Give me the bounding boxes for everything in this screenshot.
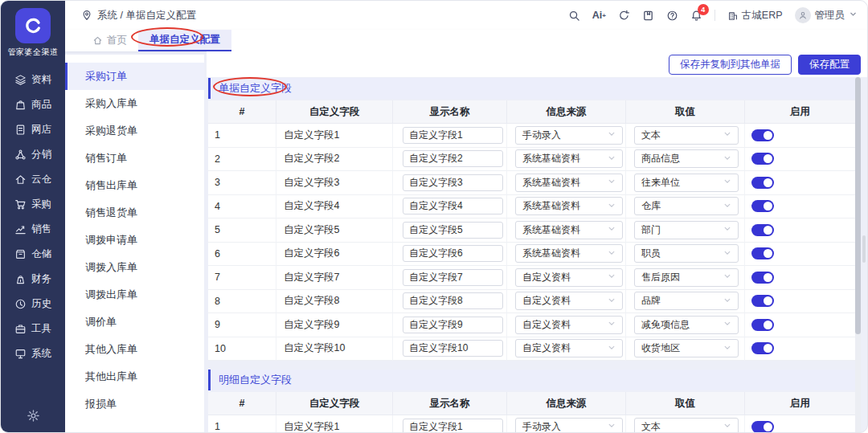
row-index: 2 xyxy=(208,148,276,172)
sidebar-item-warehouse[interactable]: 仓储 xyxy=(1,242,65,267)
value-select[interactable]: 商品信息 xyxy=(634,149,739,168)
chevron-down-icon xyxy=(723,343,731,354)
source-select[interactable]: 手动录入 xyxy=(515,126,623,145)
doc-menu-item-loss-report[interactable]: 报损单 xyxy=(65,390,204,418)
ai-assistant-icon[interactable]: Ai+ xyxy=(592,10,606,21)
sidebar-item-history[interactable]: 历史 xyxy=(1,292,65,317)
value-select[interactable]: 仓库 xyxy=(634,197,739,215)
doc-menu-item-sales-order[interactable]: 销售订单 xyxy=(65,145,204,172)
source-select[interactable]: 自定义资料 xyxy=(515,292,623,310)
doc-menu-item-transfer-inbound[interactable]: 调拨入库单 xyxy=(65,254,204,281)
enable-toggle[interactable] xyxy=(751,129,774,141)
value-select[interactable]: 文本 xyxy=(634,418,739,433)
layers-icon xyxy=(14,74,27,86)
value-select[interactable]: 文本 xyxy=(634,126,739,145)
doc-menu-item-purchase-return[interactable]: 采购退货单 xyxy=(65,117,204,145)
source-select[interactable]: 自定义资料 xyxy=(515,268,623,287)
source-select[interactable]: 自定义资料 xyxy=(515,339,623,357)
value-cell: 商品信息 xyxy=(626,148,745,172)
display-name-input[interactable] xyxy=(403,150,503,167)
app-logo-icon[interactable] xyxy=(15,8,51,43)
display-name-input[interactable] xyxy=(403,292,503,309)
doc-menu-item-sales-return[interactable]: 销售退货单 xyxy=(65,199,204,227)
sidebar-item-data[interactable]: 资料 xyxy=(1,67,65,92)
table-header-row: #自定义字段显示名称信息来源取值启用 xyxy=(208,392,855,415)
doc-menu-item-purchase-order[interactable]: 采购订单 xyxy=(65,63,204,90)
doc-menu-item-sales-outbound[interactable]: 销售出库单 xyxy=(65,172,204,199)
enable-toggle[interactable] xyxy=(751,319,774,331)
enable-toggle[interactable] xyxy=(751,153,774,165)
doc-menu-item-purchase-inbound[interactable]: 采购入库单 xyxy=(65,90,204,117)
tab-home[interactable]: 首页 xyxy=(81,30,138,51)
value-select[interactable]: 减免项信息 xyxy=(634,316,739,334)
value-select[interactable]: 品牌 xyxy=(634,292,739,310)
sidebar-item-purchase[interactable]: 采购 xyxy=(1,192,65,217)
help-icon[interactable] xyxy=(666,10,678,22)
display-name-input[interactable] xyxy=(403,198,503,214)
enable-toggle[interactable] xyxy=(751,342,774,354)
source-select[interactable]: 手动录入 xyxy=(515,418,623,433)
display-name-input[interactable] xyxy=(403,222,503,239)
save-and-copy-button[interactable]: 保存并复制到其他单据 xyxy=(669,55,792,75)
tab-doc-config[interactable]: 单据自定义配置 xyxy=(138,30,231,51)
source-cell: 自定义资料 xyxy=(507,290,626,314)
doc-menu-item-transfer-request[interactable]: 调拨申请单 xyxy=(65,227,204,254)
search-icon[interactable] xyxy=(568,10,580,22)
display-name-input[interactable] xyxy=(403,245,503,262)
source-select[interactable]: 自定义资料 xyxy=(515,316,623,334)
section-title: 单据自定义字段 xyxy=(208,78,855,99)
source-select[interactable]: 系统基础资料 xyxy=(515,149,623,168)
enable-toggle[interactable] xyxy=(751,177,774,189)
sidebar-item-shop[interactable]: 网店 xyxy=(1,117,65,142)
settings-gear-icon[interactable] xyxy=(1,409,65,423)
enable-toggle[interactable] xyxy=(751,272,774,284)
display-name-input[interactable] xyxy=(403,127,503,144)
doc-menu-item-other-outbound[interactable]: 其他出库单 xyxy=(65,363,204,390)
sidebar-item-finance[interactable]: 财务 xyxy=(1,267,65,292)
sidebar-item-distribution[interactable]: 分销 xyxy=(1,142,65,167)
company-switcher[interactable]: 古城ERP xyxy=(727,9,783,22)
sidebar-item-tools[interactable]: 工具 xyxy=(1,317,65,341)
doc-menu-item-price-adjust[interactable]: 调价单 xyxy=(65,308,204,336)
display-name-cell xyxy=(393,266,507,290)
value-select[interactable]: 售后原因 xyxy=(634,268,739,287)
custom-field-name: 自定义字段4 xyxy=(276,195,393,219)
value-select[interactable]: 往来单位 xyxy=(634,174,739,192)
doc-menu-item-other-inbound[interactable]: 其他入库单 xyxy=(65,336,204,363)
display-name-cell xyxy=(393,195,507,219)
source-select[interactable]: 系统基础资料 xyxy=(515,174,623,192)
enable-toggle[interactable] xyxy=(751,295,774,307)
table-row: 4自定义字段4系统基础资料仓库 xyxy=(208,195,855,219)
sidebar-item-system[interactable]: 系统 xyxy=(1,341,65,366)
display-name-input[interactable] xyxy=(403,340,503,357)
display-name-input[interactable] xyxy=(403,269,503,286)
sync-icon[interactable] xyxy=(618,10,630,22)
enable-toggle[interactable] xyxy=(751,247,774,259)
table-row: 1自定义字段1手动录入文本 xyxy=(208,415,855,433)
column-header: 启用 xyxy=(745,100,855,124)
save-config-button[interactable]: 保存配置 xyxy=(798,55,861,75)
main-scrollbar[interactable] xyxy=(855,77,861,334)
source-select[interactable]: 系统基础资料 xyxy=(515,221,623,239)
value-select[interactable]: 职员 xyxy=(634,244,739,263)
display-name-input[interactable] xyxy=(403,419,503,433)
display-name-input[interactable] xyxy=(403,317,503,333)
sidebar-item-cloud-warehouse[interactable]: 云仓 xyxy=(1,167,65,192)
source-select[interactable]: 系统基础资料 xyxy=(515,244,623,263)
enable-toggle[interactable] xyxy=(751,200,774,212)
enable-toggle[interactable] xyxy=(751,224,774,236)
sidebar-item-goods[interactable]: 商品 xyxy=(1,92,65,117)
enable-toggle[interactable] xyxy=(751,421,774,433)
bell-icon[interactable]: 4 xyxy=(690,10,702,22)
doc-menu-item-transfer-outbound[interactable]: 调拨出库单 xyxy=(65,281,204,308)
source-select[interactable]: 系统基础资料 xyxy=(515,197,623,215)
display-name-input[interactable] xyxy=(403,174,503,191)
value-cell: 售后原因 xyxy=(626,266,745,290)
sidebar-item-sales[interactable]: 销售 xyxy=(1,217,65,242)
manual-book-icon[interactable] xyxy=(642,10,654,22)
chevron-down-icon xyxy=(723,153,731,165)
value-select[interactable]: 收货地区 xyxy=(634,339,739,357)
value-cell: 往来单位 xyxy=(626,171,745,195)
value-select[interactable]: 部门 xyxy=(634,221,739,239)
user-menu[interactable]: 管理员 xyxy=(795,7,858,23)
